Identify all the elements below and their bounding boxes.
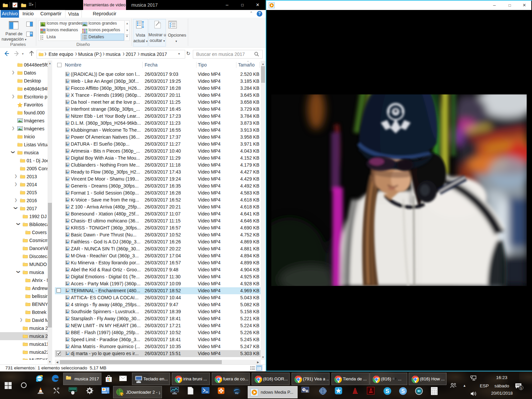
svg-text:S: S bbox=[385, 388, 389, 394]
svg-text:S: S bbox=[401, 388, 405, 394]
svg-text:1: 1 bbox=[520, 386, 522, 390]
svg-text:Pro: Pro bbox=[235, 392, 238, 394]
